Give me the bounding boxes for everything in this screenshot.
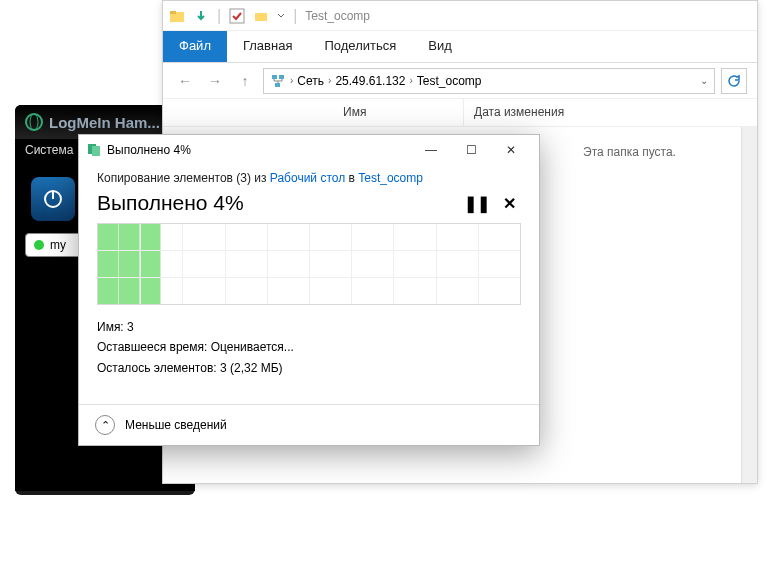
svg-point-1: [30, 114, 38, 130]
power-button[interactable]: [31, 177, 75, 221]
ribbon-tabs: Файл Главная Поделиться Вид: [163, 31, 757, 63]
dropdown-icon[interactable]: [277, 12, 285, 20]
cancel-button[interactable]: ✕: [497, 191, 521, 215]
tab-home[interactable]: Главная: [227, 31, 308, 62]
window-title: Test_ocomp: [305, 9, 370, 23]
svg-rect-12: [92, 146, 100, 156]
svg-rect-5: [170, 11, 176, 14]
chevron-right-icon: ›: [409, 75, 412, 86]
address-bar[interactable]: › Сеть › 25.49.61.132 › Test_ocomp ⌄: [263, 68, 715, 94]
folder-icon: [169, 8, 185, 24]
copy-progress-dialog: Выполнено 4% — ☐ ✕ Копирование элементов…: [78, 134, 540, 446]
meta-time-value: Оценивается...: [211, 340, 294, 354]
globe-icon: [25, 113, 43, 131]
online-status-icon: [34, 240, 44, 250]
tab-share[interactable]: Поделиться: [308, 31, 412, 62]
breadcrumb-ip[interactable]: 25.49.61.132: [335, 74, 405, 88]
down-arrow-icon[interactable]: [193, 8, 209, 24]
separator: |: [293, 7, 297, 25]
computer-label: my: [50, 238, 66, 252]
copy-icon: [87, 143, 101, 157]
meta-name-value: 3: [127, 320, 134, 334]
empty-folder-text: Эта папка пуста.: [583, 145, 676, 159]
svg-rect-7: [255, 13, 267, 21]
checkbox-icon[interactable]: [229, 8, 245, 24]
pause-button[interactable]: ❚❚: [465, 191, 489, 215]
vertical-scrollbar[interactable]: [741, 127, 757, 483]
refresh-button[interactable]: [721, 68, 747, 94]
column-date[interactable]: Дата изменения: [463, 99, 564, 126]
maximize-button[interactable]: ☐: [451, 137, 491, 163]
chevron-right-icon: ›: [328, 75, 331, 86]
nav-back-button[interactable]: ←: [173, 69, 197, 93]
explorer-titlebar: | | Test_ocomp: [163, 1, 757, 31]
breadcrumb-folder[interactable]: Test_ocomp: [417, 74, 482, 88]
close-button[interactable]: ✕: [491, 137, 531, 163]
column-headers: Имя Дата изменения: [163, 99, 757, 127]
logmein-title-text: LogMeIn Ham...: [49, 114, 160, 131]
dialog-body: Копирование элементов (3) из Рабочий сто…: [79, 165, 539, 378]
chevron-up-icon[interactable]: ⌃: [95, 415, 115, 435]
minimize-button[interactable]: —: [411, 137, 451, 163]
less-details-button[interactable]: Меньше сведений: [125, 418, 227, 432]
nav-up-button[interactable]: ↑: [233, 69, 257, 93]
copy-metadata: Имя: 3 Оставшееся время: Оценивается... …: [97, 317, 521, 378]
meta-name-label: Имя:: [97, 320, 124, 334]
destination-link[interactable]: Test_ocomp: [358, 171, 423, 185]
copying-text: Копирование элементов (3) из Рабочий сто…: [97, 171, 521, 185]
dialog-titlebar: Выполнено 4% — ☐ ✕: [79, 135, 539, 165]
address-bar-row: ← → ↑ › Сеть › 25.49.61.132 › Test_ocomp…: [163, 63, 757, 99]
breadcrumb-root[interactable]: Сеть: [297, 74, 324, 88]
svg-rect-8: [272, 75, 277, 79]
meta-time-label: Оставшееся время:: [97, 340, 207, 354]
source-link[interactable]: Рабочий стол: [270, 171, 345, 185]
chevron-right-icon: ›: [290, 75, 293, 86]
svg-rect-9: [279, 75, 284, 79]
refresh-icon: [727, 74, 741, 88]
folder-small-icon: [253, 8, 269, 24]
svg-point-0: [26, 114, 42, 130]
speed-graph: [97, 223, 521, 305]
svg-rect-6: [230, 9, 244, 23]
meta-items-value: 3 (2,32 МБ): [220, 361, 283, 375]
nav-forward-button[interactable]: →: [203, 69, 227, 93]
svg-rect-10: [275, 83, 280, 87]
column-name[interactable]: Имя: [163, 99, 463, 126]
progress-heading: Выполнено 4%: [97, 191, 457, 215]
network-icon: [270, 73, 286, 89]
dialog-title: Выполнено 4%: [87, 143, 411, 157]
separator: |: [217, 7, 221, 25]
power-icon: [41, 187, 65, 211]
tab-file[interactable]: Файл: [163, 31, 227, 62]
dialog-footer: ⌃ Меньше сведений: [79, 404, 539, 445]
chevron-down-icon[interactable]: ⌄: [700, 75, 708, 86]
meta-items-label: Осталось элементов:: [97, 361, 217, 375]
tab-view[interactable]: Вид: [412, 31, 468, 62]
